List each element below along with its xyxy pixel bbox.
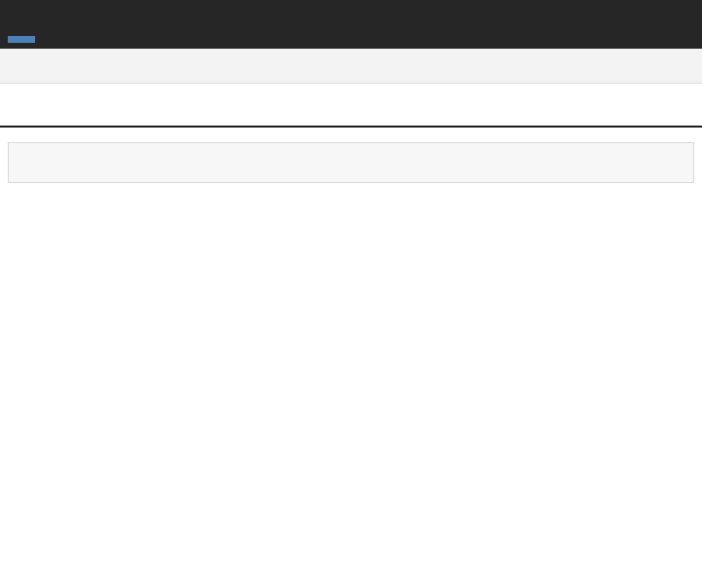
chart-canvas[interactable] [0, 183, 702, 586]
page [0, 0, 702, 588]
trading-economics-logo[interactable] [8, 36, 35, 43]
tab-bar [0, 84, 702, 128]
chart-toolbar [8, 142, 694, 183]
top-navbar [0, 0, 702, 49]
forecast-chart [0, 183, 702, 586]
title-bar [0, 49, 702, 84]
